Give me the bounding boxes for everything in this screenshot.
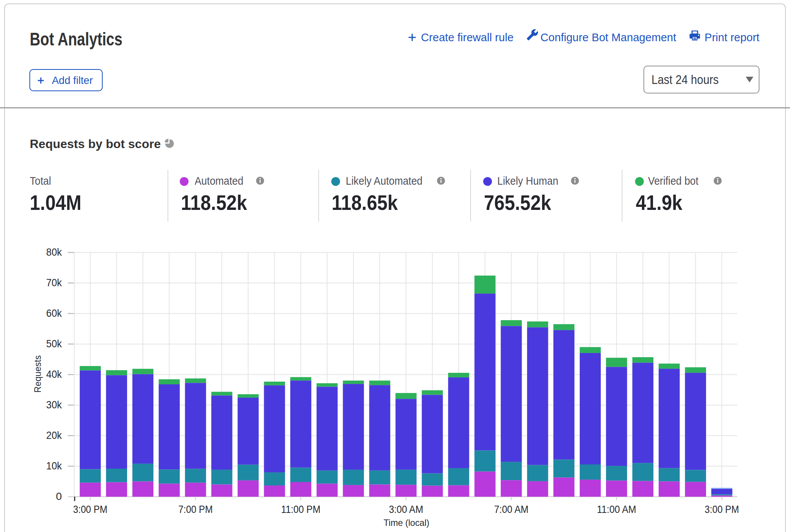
svg-text:0: 0 bbox=[56, 490, 62, 502]
svg-text:40k: 40k bbox=[46, 368, 62, 380]
svg-text:11:00 PM: 11:00 PM bbox=[281, 504, 321, 515]
svg-text:Time (local): Time (local) bbox=[384, 517, 429, 528]
svg-text:60k: 60k bbox=[46, 307, 62, 319]
svg-text:3:00 PM: 3:00 PM bbox=[73, 504, 108, 515]
svg-text:50k: 50k bbox=[46, 338, 62, 350]
svg-text:3:00 AM: 3:00 AM bbox=[389, 504, 423, 515]
svg-text:Requests: Requests bbox=[33, 355, 43, 393]
svg-text:7:00 PM: 7:00 PM bbox=[178, 504, 213, 515]
svg-text:10k: 10k bbox=[46, 460, 62, 472]
svg-text:20k: 20k bbox=[46, 429, 62, 441]
svg-text:30k: 30k bbox=[46, 399, 62, 411]
svg-text:80k: 80k bbox=[46, 246, 62, 258]
svg-text:11:00 AM: 11:00 AM bbox=[597, 504, 636, 515]
svg-text:7:00 AM: 7:00 AM bbox=[494, 504, 529, 515]
svg-text:3:00 PM: 3:00 PM bbox=[705, 504, 739, 515]
svg-text:70k: 70k bbox=[46, 277, 62, 289]
